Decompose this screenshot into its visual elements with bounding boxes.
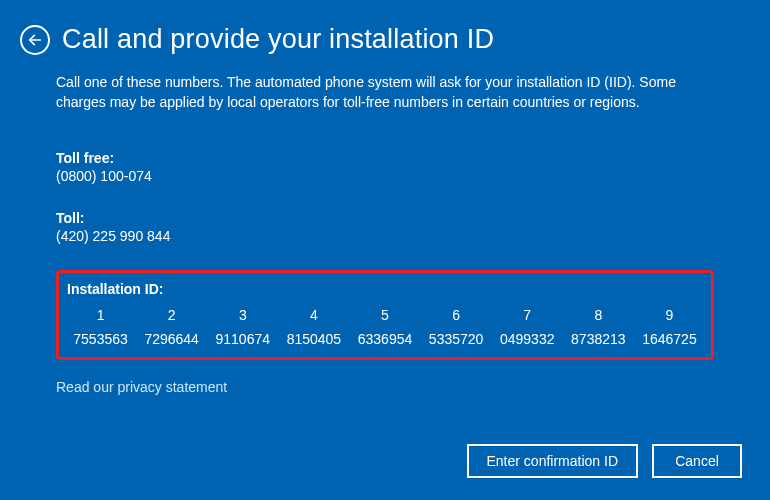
toll-free-value: (0800) 100-074 — [56, 168, 714, 184]
iid-index: 6 — [452, 307, 460, 323]
toll-free-label: Toll free: — [56, 150, 714, 166]
page-title: Call and provide your installation ID — [62, 24, 494, 55]
iid-value: 7296644 — [144, 331, 199, 347]
iid-group: 3 9110674 — [209, 307, 276, 347]
iid-group: 5 6336954 — [351, 307, 418, 347]
description-text: Call one of these numbers. The automated… — [56, 73, 714, 112]
iid-value: 9110674 — [216, 331, 271, 347]
installation-id-box: Installation ID: 1 7553563 2 7296644 3 9… — [56, 270, 714, 360]
toll-section: Toll: (420) 225 990 844 — [56, 210, 714, 244]
installation-id-grid: 1 7553563 2 7296644 3 9110674 4 8150405 … — [67, 307, 703, 347]
iid-group: 9 1646725 — [636, 307, 703, 347]
back-button[interactable] — [20, 25, 50, 55]
iid-index: 1 — [97, 307, 105, 323]
iid-value: 0499332 — [500, 331, 555, 347]
iid-value: 8738213 — [571, 331, 626, 347]
iid-group: 4 8150405 — [280, 307, 347, 347]
toll-value: (420) 225 990 844 — [56, 228, 714, 244]
iid-index: 3 — [239, 307, 247, 323]
iid-value: 7553563 — [73, 331, 128, 347]
iid-group: 1 7553563 — [67, 307, 134, 347]
iid-value: 8150405 — [287, 331, 342, 347]
arrow-left-icon — [27, 32, 43, 48]
toll-free-section: Toll free: (0800) 100-074 — [56, 150, 714, 184]
iid-value: 5335720 — [429, 331, 484, 347]
toll-label: Toll: — [56, 210, 714, 226]
iid-index: 2 — [168, 307, 176, 323]
iid-index: 5 — [381, 307, 389, 323]
iid-index: 4 — [310, 307, 318, 323]
iid-group: 8 8738213 — [565, 307, 632, 347]
iid-index: 9 — [666, 307, 674, 323]
iid-group: 2 7296644 — [138, 307, 205, 347]
cancel-button[interactable]: Cancel — [652, 444, 742, 478]
iid-group: 6 5335720 — [423, 307, 490, 347]
iid-group: 7 0499332 — [494, 307, 561, 347]
enter-confirmation-id-button[interactable]: Enter confirmation ID — [467, 444, 639, 478]
iid-index: 8 — [594, 307, 602, 323]
iid-value: 6336954 — [358, 331, 413, 347]
iid-index: 7 — [523, 307, 531, 323]
installation-id-label: Installation ID: — [67, 281, 703, 297]
privacy-statement-link[interactable]: Read our privacy statement — [56, 379, 227, 395]
iid-value: 1646725 — [642, 331, 697, 347]
